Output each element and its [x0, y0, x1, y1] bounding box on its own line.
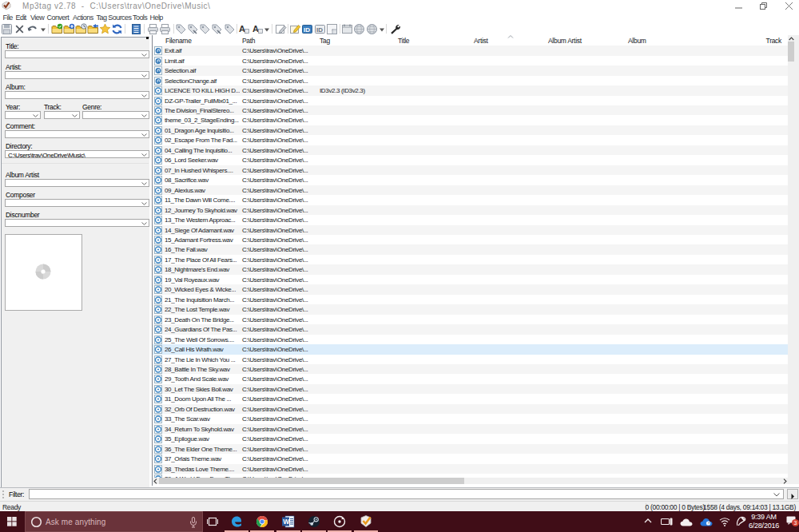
svg-text:ID: ID: [304, 26, 310, 34]
svg-text:A: A: [252, 24, 259, 34]
svg-text:W: W: [283, 518, 290, 526]
svg-text:A: A: [239, 24, 245, 34]
svg-text:ID: ID: [316, 26, 323, 34]
